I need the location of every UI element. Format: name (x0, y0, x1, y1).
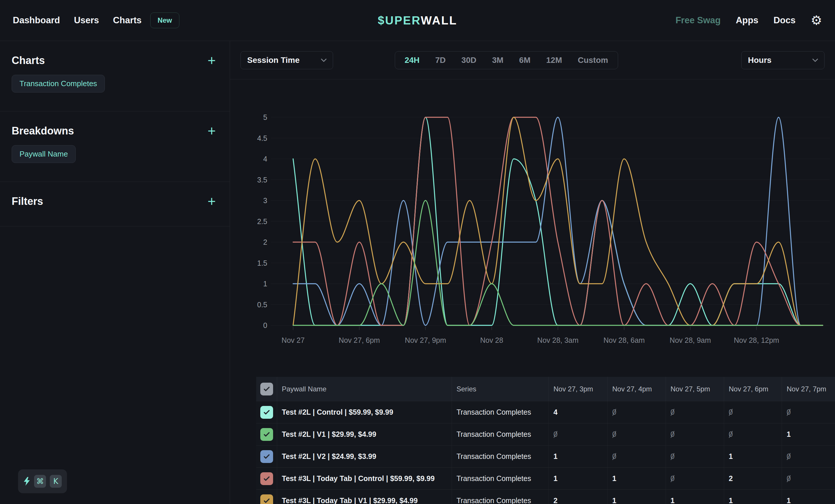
y-axis-label: 4.5 (257, 134, 267, 142)
chip-paywall-name[interactable]: Paywall Name (12, 145, 76, 163)
sidebar-section-breakdowns: Breakdowns + Paywall Name (0, 111, 230, 182)
check-icon (263, 408, 270, 416)
header-cell: Nov 27, 6pm (724, 377, 782, 401)
value-cell: 0 (666, 468, 724, 489)
check-icon (263, 497, 270, 504)
range-button-3m[interactable]: 3M (484, 51, 511, 69)
range-button-custom[interactable]: Custom (570, 51, 616, 69)
nav-item-docs[interactable]: Docs (774, 15, 796, 26)
value-cell: 0 (724, 401, 782, 423)
value-cell: 0 (724, 423, 782, 445)
x-axis-label: Nov 28 (480, 336, 503, 344)
cmd-keycap: ⌘ (34, 475, 46, 488)
add-filter-button[interactable]: + (205, 195, 218, 207)
y-axis-label: 2.5 (257, 217, 267, 226)
value-cell: 1 (782, 423, 835, 445)
y-axis-label: 3.5 (257, 176, 267, 184)
superwall-logo[interactable]: $UPERWALL (378, 14, 457, 27)
x-axis-label: Nov 27, 9pm (405, 336, 446, 344)
row-checkbox-cell (256, 423, 277, 445)
sidebar-section-charts: Charts + Transaction Completes (0, 41, 230, 111)
value-cell: 0 (666, 401, 724, 423)
row-checkbox-cell (256, 445, 277, 467)
breakdown-table: Paywall NameSeriesNov 27, 3pmNov 27, 4pm… (256, 377, 835, 504)
metric-select-value: Session Time (247, 56, 300, 65)
new-badge: New (150, 13, 179, 28)
value-cell: 2 (724, 468, 782, 489)
nav-item-dashboard[interactable]: Dashboard (13, 15, 60, 26)
header-cell: Series (452, 377, 549, 401)
metric-select[interactable]: Session Time (241, 51, 333, 69)
lightning-icon (23, 476, 30, 486)
value-cell: 4 (549, 401, 608, 423)
value-cell: 1 (608, 490, 666, 504)
row-checkbox-cell (256, 401, 277, 423)
range-button-24h[interactable]: 24H (397, 51, 427, 69)
table-body: Test #2L | Control | $59.99, $9.99Transa… (256, 401, 835, 504)
x-axis-label: Nov 27 (282, 336, 305, 344)
y-axis-label: 0.5 (257, 300, 267, 309)
sidebar: Charts + Transaction Completes Breakdown… (0, 41, 230, 504)
y-axis-label: 1 (263, 280, 267, 288)
value-cell: 1 (724, 445, 782, 467)
value-cell: 0 (666, 445, 724, 467)
check-icon (263, 385, 270, 393)
value-cell: 0 (782, 401, 835, 423)
range-button-12m[interactable]: 12M (538, 51, 570, 69)
add-breakdown-button[interactable]: + (205, 125, 218, 137)
table-row: Test #2L | V2 | $24.99, $3.99Transaction… (256, 445, 835, 467)
command-palette-shortcut[interactable]: ⌘ K (18, 469, 67, 493)
row-checkbox[interactable] (260, 406, 273, 419)
check-icon (263, 431, 270, 438)
range-button-7d[interactable]: 7D (427, 51, 454, 69)
filters-section-title: Filters (12, 195, 43, 208)
logo-rest-text: WALL (421, 14, 457, 27)
unit-select[interactable]: Hours (741, 51, 824, 69)
select-all-checkbox[interactable] (260, 383, 273, 396)
charts-section-title: Charts (12, 55, 45, 67)
value-cell: 2 (549, 490, 608, 504)
nav-left-group: Dashboard Users Charts New (13, 13, 179, 28)
value-cell: 1 (549, 445, 608, 467)
check-icon (263, 453, 270, 460)
row-checkbox[interactable] (260, 472, 273, 485)
nav-item-free-swag[interactable]: Free Swag (675, 15, 720, 26)
main-content: Session Time 24H7D30D3M6M12MCustom Hours… (230, 41, 835, 504)
range-button-30d[interactable]: 30D (454, 51, 484, 69)
series-cell: Transaction Completes (452, 490, 549, 504)
nav-item-apps[interactable]: Apps (736, 15, 758, 26)
range-button-6m[interactable]: 6M (511, 51, 538, 69)
chart-toolbar: Session Time 24H7D30D3M6M12MCustom Hours (230, 41, 835, 80)
nav-right-group: Free Swag Apps Docs ⚙ (675, 14, 822, 27)
top-nav: Dashboard Users Charts New $UPERWALL Fre… (0, 0, 835, 41)
table-row: Test #3L | Today Tab | Control | $59.99,… (256, 467, 835, 489)
paywall-name-cell: Test #3L | Today Tab | V1 | $29.99, $4.9… (277, 490, 452, 504)
settings-gear-icon[interactable]: ⚙ (811, 14, 822, 27)
series-cell: Transaction Completes (452, 445, 549, 467)
line-chart[interactable]: 00.511.522.533.544.55Nov 27Nov 27, 6pmNo… (230, 80, 835, 361)
chip-transaction-completes[interactable]: Transaction Completes (12, 75, 105, 92)
y-axis-label: 5 (263, 113, 267, 121)
nav-item-users[interactable]: Users (74, 15, 99, 26)
y-axis-label: 1.5 (257, 259, 267, 267)
nav-item-charts[interactable]: Charts (113, 15, 142, 26)
add-chart-button[interactable]: + (205, 55, 218, 66)
value-cell: 1 (666, 490, 724, 504)
paywall-name-cell: Test #2L | V2 | $24.99, $3.99 (277, 445, 452, 467)
table-row: Test #3L | Today Tab | V1 | $29.99, $4.9… (256, 489, 835, 504)
row-checkbox[interactable] (260, 495, 273, 504)
table-row: Test #2L | Control | $59.99, $9.99Transa… (256, 401, 835, 423)
row-checkbox-cell (256, 490, 277, 504)
value-cell: 0 (666, 423, 724, 445)
y-axis-label: 3 (263, 196, 267, 205)
x-axis-label: Nov 28, 9am (670, 336, 711, 344)
value-cell: 0 (782, 468, 835, 489)
value-cell: 1 (782, 490, 835, 504)
row-checkbox[interactable] (260, 428, 273, 441)
header-cell: Nov 27, 3pm (549, 377, 608, 401)
value-cell: 0 (782, 445, 835, 467)
row-checkbox[interactable] (260, 450, 273, 463)
table-header-row: Paywall NameSeriesNov 27, 3pmNov 27, 4pm… (256, 377, 835, 401)
y-axis-label: 2 (263, 238, 267, 246)
x-axis-label: Nov 28, 6am (604, 336, 645, 344)
